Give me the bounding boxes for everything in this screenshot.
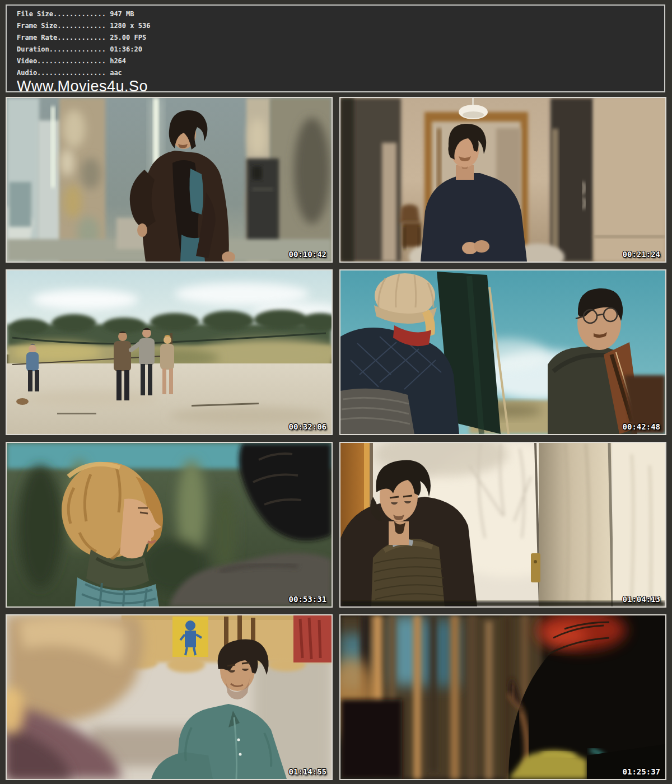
info-line-video: Video................. h264 bbox=[17, 55, 664, 67]
screenshot-thumb-2: 00:21:24 bbox=[339, 97, 666, 263]
timestamp-overlay: 01:04:13 bbox=[623, 595, 660, 604]
info-line-duration: Duration.............. 01:36:20 bbox=[17, 44, 664, 55]
movie-still-loft bbox=[7, 98, 332, 262]
movie-still-doorway bbox=[340, 443, 665, 606]
info-line-frame-rate: Frame Rate............ 25.00 FPS bbox=[17, 32, 664, 44]
media-preview-sheet: File Size............. 947 MB Frame Size… bbox=[0, 0, 672, 784]
screenshot-thumb-6: 01:04:13 bbox=[339, 442, 666, 608]
timestamp-overlay: 00:53:31 bbox=[289, 595, 326, 604]
screenshot-thumb-7: 01:14:55 bbox=[6, 614, 333, 780]
timestamp-overlay: 00:10:42 bbox=[289, 250, 326, 259]
screenshot-thumb-8: 01:25:37 bbox=[339, 614, 666, 780]
timestamp-overlay: 00:21:24 bbox=[623, 250, 660, 259]
movie-still-conversation bbox=[7, 615, 332, 779]
movie-still-flag-violin bbox=[340, 270, 665, 434]
info-line-file-size: File Size............. 947 MB bbox=[17, 8, 664, 20]
timestamp-overlay: 00:32:06 bbox=[289, 422, 326, 431]
movie-still-dark-silhouette bbox=[340, 615, 665, 779]
movie-still-dune-profile bbox=[7, 443, 332, 606]
movie-still-beach bbox=[7, 270, 332, 434]
timestamp-overlay: 01:25:37 bbox=[623, 767, 660, 776]
info-line-audio: Audio................. aac bbox=[17, 67, 664, 79]
media-info-panel: File Size............. 947 MB Frame Size… bbox=[6, 4, 665, 92]
screenshot-thumb-5: 00:53:31 bbox=[6, 442, 333, 608]
timestamp-overlay: 00:42:48 bbox=[623, 422, 660, 431]
screenshot-thumb-4: 00:42:48 bbox=[339, 269, 666, 435]
screenshot-grid: 00:10:42 bbox=[6, 97, 666, 780]
timestamp-overlay: 01:14:55 bbox=[289, 767, 326, 776]
screenshot-thumb-3: 00:32:06 bbox=[6, 269, 333, 435]
movie-still-interview bbox=[340, 98, 665, 262]
screenshot-thumb-1: 00:10:42 bbox=[6, 97, 333, 263]
info-line-frame-size: Frame Size............ 1280 x 536 bbox=[17, 20, 664, 32]
site-watermark: Www.Movies4u.So bbox=[17, 79, 664, 92]
